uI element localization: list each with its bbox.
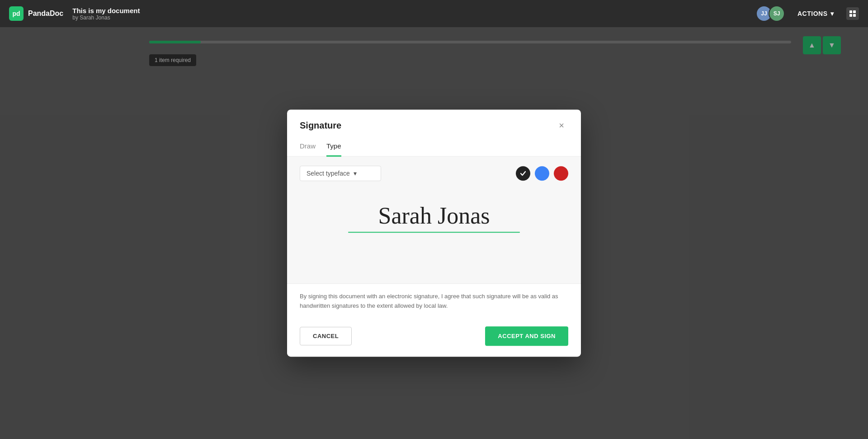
color-black[interactable]	[516, 166, 530, 181]
svg-rect-0	[849, 10, 852, 13]
color-options	[516, 166, 568, 181]
typeface-select[interactable]: Select typeface ▾	[300, 166, 381, 181]
sig-toolbar: Select typeface ▾	[300, 166, 568, 181]
navbar-right: JJ SJ ACTIONS ▾	[756, 5, 859, 22]
svg-rect-3	[853, 14, 856, 17]
tab-draw[interactable]: Draw	[300, 138, 316, 157]
doc-author: by Sarah Jonas	[72, 14, 140, 21]
navbar: pd PandaDoc This is my document by Sarah…	[0, 0, 868, 27]
avatar-group: JJ SJ	[756, 5, 785, 22]
sig-display: Sarah Jonas	[300, 188, 568, 242]
doc-area: ▲ ▼ 1 item required Signature ×	[0, 27, 868, 439]
modal-title: Signature	[300, 120, 341, 131]
sig-underline	[348, 232, 520, 233]
doc-title: This is my document	[72, 7, 140, 14]
signature-modal: Signature × Draw Type Select ty	[287, 110, 581, 357]
actions-button[interactable]: ACTIONS ▾	[792, 6, 839, 21]
svg-rect-2	[849, 14, 852, 17]
color-red[interactable]	[554, 166, 568, 181]
modal-footer: CANCEL ACCEPT AND SIGN	[287, 319, 581, 357]
main-area: ▲ ▼ 1 item required Signature ×	[0, 27, 868, 439]
doc-info: This is my document by Sarah Jonas	[72, 7, 140, 21]
modal-tabs: Draw Type	[287, 138, 581, 157]
chevron-down-icon: ▾	[830, 10, 834, 17]
brand-name: PandaDoc	[28, 10, 63, 18]
accept-and-sign-button[interactable]: ACCEPT AND SIGN	[485, 326, 568, 346]
color-blue[interactable]	[535, 166, 549, 181]
grid-icon[interactable]	[846, 7, 859, 20]
pandadoc-logo-icon: pd	[9, 6, 24, 21]
legal-text: By signing this document with an electro…	[287, 283, 581, 319]
signature-area: Select typeface ▾	[287, 157, 581, 283]
chevron-down-icon: ▾	[354, 170, 357, 177]
signature-text[interactable]: Sarah Jonas	[378, 202, 490, 230]
modal-header: Signature ×	[287, 110, 581, 132]
cancel-button[interactable]: CANCEL	[300, 327, 352, 345]
svg-rect-1	[853, 10, 856, 13]
tab-type[interactable]: Type	[326, 138, 341, 157]
navbar-logo: pd PandaDoc	[9, 6, 63, 21]
avatar-sj: SJ	[769, 5, 785, 22]
modal-close-button[interactable]: ×	[555, 119, 568, 132]
